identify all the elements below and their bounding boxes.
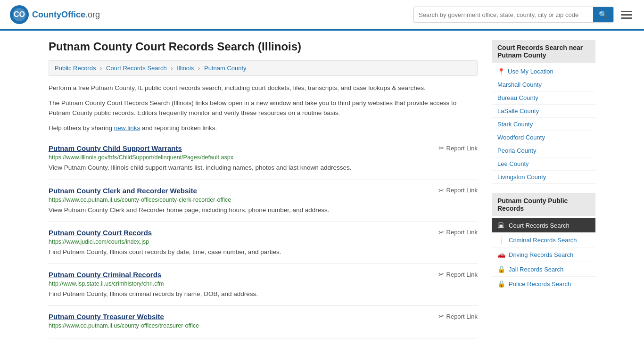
record-item: Putnam County Criminal Records ✂ Report … [49,264,478,306]
nearby-county-7[interactable]: Livingston County [492,171,595,184]
report-link-btn-1[interactable]: ✂ Report Link [438,187,478,194]
svg-text:CO: CO [14,10,25,18]
breadcrumb-sep-1: › [100,65,102,72]
record-url-4[interactable]: https://www.co.putnam.il.us/county-offic… [49,322,478,329]
report-icon-3: ✂ [438,271,444,278]
nearby-county-0[interactable]: Marshall County [492,78,595,91]
public-records-title: Putnam County Public Records [492,193,595,216]
main-container: Putnam County Court Records Search (Illi… [39,31,605,348]
record-item: Putnam County Treasurer Website ✂ Report… [49,306,478,338]
report-link-btn-4[interactable]: ✂ Report Link [438,313,478,320]
breadcrumb: Public Records › Court Records Search › … [49,60,478,76]
nav-icon-0: 🏛 [497,222,505,229]
nearby-counties-list: Marshall CountyBureau CountyLaSalle Coun… [492,78,595,184]
record-title-3[interactable]: Putnam County Criminal Records [49,271,161,279]
content-area: Putnam County Court Records Search (Illi… [49,40,478,338]
nearby-county-1[interactable]: Bureau County [492,91,595,105]
description-2: The Putnam County Court Records Search (… [49,98,478,118]
page-title: Putnam County Court Records Search (Illi… [49,40,478,53]
record-url-3[interactable]: http://www.isp.state.il.us/crimhistory/c… [49,280,478,287]
sidebar-nav-item-4[interactable]: 🔒 Police Records Search [492,277,595,291]
search-button[interactable]: 🔍 [593,7,613,22]
logo[interactable]: CO CountyOffice.org [9,5,100,25]
breadcrumb-sep-2: › [171,65,173,72]
record-item: Putnam County Clerk and Recorder Website… [49,180,478,222]
sidebar-nav-item-1[interactable]: ❕ Criminal Records Search [492,233,595,247]
report-link-btn-2[interactable]: ✂ Report Link [438,229,478,236]
record-item-header: Putnam County Clerk and Recorder Website… [49,187,478,195]
menu-bar-1 [621,11,632,12]
location-pin-icon: 📍 [497,68,505,75]
record-url-1[interactable]: https://www.co.putnam.il.us/county-offic… [49,197,478,203]
menu-bar-2 [621,14,632,16]
report-link-btn-3[interactable]: ✂ Report Link [438,271,478,278]
nav-icon-3: 🔒 [497,265,505,273]
menu-bar-3 [621,17,632,19]
sidebar-nav-item-3[interactable]: 🔒 Jail Records Search [492,262,595,277]
nav-items-list: 🏛 Court Records Search ❕ Criminal Record… [492,218,595,291]
record-desc-3: Find Putnam County, Illinois criminal re… [49,289,478,299]
record-item-header: Putnam County Court Records ✂ Report Lin… [49,229,478,237]
report-icon-4: ✂ [438,313,444,320]
menu-button[interactable] [619,8,635,21]
breadcrumb-public-records[interactable]: Public Records [55,65,96,72]
record-title-2[interactable]: Putnam County Court Records [49,229,152,237]
record-title-4[interactable]: Putnam County Treasurer Website [49,313,164,321]
nav-label-2: Driving Records Search [509,251,573,258]
record-desc-2: Find Putnam County, Illinois court recor… [49,247,478,257]
breadcrumb-illinois[interactable]: Illinois [177,65,194,72]
nearby-section: Court Records Search near Putnam County … [492,40,595,184]
sidebar: Court Records Search near Putnam County … [492,40,595,338]
record-item-header: Putnam County Criminal Records ✂ Report … [49,271,478,279]
nav-label-0: Court Records Search [509,222,570,229]
header-right: 🔍 [413,7,635,23]
public-records-section: Putnam County Public Records 🏛 Court Rec… [492,193,595,291]
sidebar-nav-item-0[interactable]: 🏛 Court Records Search [492,218,595,233]
record-desc-0: View Putnam County, Illinois child suppo… [49,163,478,173]
breadcrumb-court-records[interactable]: Court Records Search [106,65,167,72]
new-links[interactable]: new links [114,124,140,132]
breadcrumb-sep-3: › [198,65,200,72]
record-desc-1: View Putnam County Clerk and Recorder ho… [49,206,478,215]
record-list: Putnam County Child Support Warrants ✂ R… [49,138,478,338]
report-icon-0: ✂ [438,144,444,152]
nearby-title: Court Records Search near Putnam County [492,40,595,63]
record-url-2[interactable]: https://www.judici.com/courts/index.jsp [49,239,478,245]
nav-icon-2: 🚗 [497,251,505,258]
record-title-0[interactable]: Putnam County Child Support Warrants [49,144,182,152]
logo-text: CountyOffice.org [32,10,100,20]
nav-label-3: Jail Records Search [509,266,563,273]
site-header: CO CountyOffice.org 🔍 [0,0,644,31]
search-input[interactable] [414,8,593,22]
nav-icon-4: 🔒 [497,280,505,288]
nearby-county-3[interactable]: Stark County [492,118,595,131]
nav-label-1: Criminal Records Search [509,237,577,244]
use-location[interactable]: 📍 Use My Location [492,65,595,78]
nearby-county-2[interactable]: LaSalle County [492,105,595,118]
record-url-0[interactable]: https://www.illinois.gov/hfs/ChildSuppor… [49,154,478,161]
record-item: Putnam County Child Support Warrants ✂ R… [49,138,478,180]
report-icon-2: ✂ [438,229,444,236]
breadcrumb-putnam-county[interactable]: Putnam County [204,65,247,72]
record-item: Putnam County Court Records ✂ Report Lin… [49,222,478,264]
logo-icon: CO [9,5,29,25]
nav-icon-1: ❕ [497,236,505,244]
nearby-county-5[interactable]: Peoria County [492,144,595,157]
report-icon-1: ✂ [438,187,444,194]
nav-label-4: Police Records Search [509,280,571,288]
search-bar: 🔍 [413,7,614,23]
sidebar-nav-item-2[interactable]: 🚗 Driving Records Search [492,247,595,262]
record-title-1[interactable]: Putnam County Clerk and Recorder Website [49,187,197,195]
description-3: Help others by sharing new links and rep… [49,123,478,133]
record-item-header: Putnam County Child Support Warrants ✂ R… [49,144,478,152]
report-link-btn-0[interactable]: ✂ Report Link [438,144,478,152]
record-item-header: Putnam County Treasurer Website ✂ Report… [49,313,478,321]
nearby-county-4[interactable]: Woodford County [492,131,595,144]
nearby-county-6[interactable]: Lee County [492,157,595,171]
description-1: Perform a free Putnam County, IL public … [49,83,478,93]
